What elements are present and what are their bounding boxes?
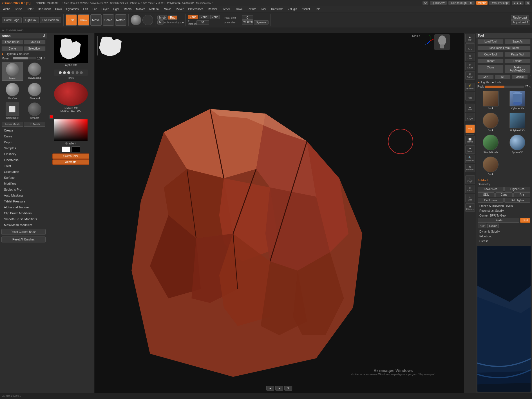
save-as-brush-btn[interactable]: Save As <box>24 40 46 44</box>
edgeloop-btn[interactable]: EdgeLoop <box>478 234 530 239</box>
menu-dynamics[interactable]: Dynamics <box>64 7 81 11</box>
m-btn[interactable]: M <box>157 20 164 24</box>
reset-current-brush-btn[interactable]: Reset Current Brush <box>1 229 46 235</box>
menu-macro[interactable]: Macro <box>122 7 134 11</box>
brush-claybuildup[interactable]: ClayBuildup <box>24 62 46 81</box>
lightbox-brushes-row[interactable]: ► Lightbox►Brushes <box>0 52 47 56</box>
sidebar-fibermesh[interactable]: FiberMesh <box>1 157 46 163</box>
default-zscript-btn[interactable]: DefaultZScript <box>489 1 510 5</box>
select-icon-btn[interactable]: SelectIcon <box>24 46 46 51</box>
export-btn[interactable]: Export <box>504 59 531 63</box>
brush-smooth[interactable]: Smooth <box>24 102 46 120</box>
sidebar-twist[interactable]: Twist <box>1 163 46 169</box>
zcur-btn[interactable]: Zcur <box>210 15 220 19</box>
clone-brush-btn[interactable]: Clone <box>1 46 23 51</box>
tool-rock3[interactable]: Rock <box>478 156 504 177</box>
menu-zplugin[interactable]: Zplugin <box>286 7 299 11</box>
menus-btn[interactable]: Menus <box>476 1 488 5</box>
zsub-btn[interactable]: Zsub <box>199 15 209 19</box>
sidebar-sculptris-pro[interactable]: Sculptris Pro <box>1 187 46 192</box>
move-btn[interactable]: Move <box>90 14 102 26</box>
mrgb-btn[interactable]: Mrgb <box>157 15 168 20</box>
move-slider-track[interactable] <box>13 57 36 59</box>
menu-material[interactable]: Material <box>147 7 161 11</box>
rotate-btn[interactable]: Rotate <box>115 14 126 26</box>
brush-masteren[interactable]: Mast'en <box>2 82 23 101</box>
menu-stencil[interactable]: Stencil <box>220 7 232 11</box>
minimize-btn[interactable]: ◄◄ ▲ <box>512 1 524 5</box>
sidebar-tablet-pressure[interactable]: Tablet Pressure <box>1 199 46 204</box>
goz-btn[interactable]: GoZ <box>477 75 494 79</box>
menu-movie[interactable]: Movie <box>162 7 173 11</box>
suv-btn[interactable]: Suv <box>478 224 486 228</box>
menu-render[interactable]: Render <box>206 7 219 11</box>
vp-down-btn[interactable]: ▼ <box>284 386 292 391</box>
save-as-tool-btn[interactable]: Save As <box>504 39 531 44</box>
menu-layer[interactable]: Layer <box>100 7 111 11</box>
floor-icon[interactable]: ▬ Floor <box>465 104 475 112</box>
sidebar-modifiers[interactable]: Modifiers <box>1 181 46 186</box>
focal-shift-val[interactable]: 0 <box>242 15 253 20</box>
menu-transform[interactable]: Transform <box>269 7 285 11</box>
adjust-last-btn[interactable]: AdjustLast 1 <box>511 20 530 24</box>
tool-rock[interactable]: Rock <box>478 90 504 111</box>
see-through-btn[interactable]: See-through 0 <box>448 1 475 5</box>
divide-btn[interactable]: Divide <box>478 218 519 223</box>
menu-color[interactable]: Color <box>25 7 35 11</box>
freeze-subdiv-btn[interactable]: Freeze SubDivision Levels <box>478 204 530 208</box>
menu-file[interactable]: File <box>91 7 99 11</box>
texture-sphere[interactable] <box>54 82 88 106</box>
zadd-btn[interactable]: Zadd <box>188 15 198 19</box>
ac-btn[interactable]: Ac <box>423 1 429 5</box>
perp-icon[interactable]: ⊥ Perp <box>465 92 475 101</box>
menu-zscript[interactable]: Zscript <box>299 7 312 11</box>
visible-btn[interactable]: Visible <box>511 75 528 79</box>
home-page-btn[interactable]: Home Page <box>2 17 22 23</box>
tool-simplebrush[interactable]: SimpleBrush <box>478 134 504 155</box>
black-swatch[interactable] <box>71 146 80 152</box>
edit-btn[interactable]: Edit <box>66 14 77 26</box>
sidebar-create[interactable]: Create <box>1 128 46 133</box>
lightbox-tools-row[interactable]: ► Lightbox►Tools <box>476 80 532 84</box>
scale-btn[interactable]: Scale <box>103 14 114 26</box>
zsphere-icon[interactable]: ◉ ZSphere <box>465 203 475 212</box>
reuv-btn[interactable]: ReUV <box>487 224 499 228</box>
white-swatch[interactable] <box>62 146 70 152</box>
dynamic-icon[interactable]: ⚡ Dynamic <box>465 83 475 91</box>
sidebar-smooth-brush[interactable]: Smooth Brush Modifiers <box>1 216 46 222</box>
transp-icon[interactable]: ◈ Transp <box>465 185 475 193</box>
draw-size-val[interactable]: 26.8692 <box>242 20 253 24</box>
vp-up-btn[interactable]: ▲ <box>275 386 283 391</box>
brush-selectrect[interactable]: ⬜ SelectRect <box>2 102 23 120</box>
rgb-btn[interactable]: Rgb <box>168 15 177 20</box>
sidebar-alpha-texture[interactable]: Alpha and Texture <box>1 204 46 210</box>
load-tools-project-btn[interactable]: Load Tools From Project <box>477 46 531 50</box>
brush-standard[interactable]: Standard <box>24 82 46 101</box>
dots-preview[interactable] <box>54 70 88 76</box>
color-gradient-box[interactable] <box>54 119 88 141</box>
menu-picker[interactable]: Picker <box>174 7 186 11</box>
vp-left-btn[interactable]: ◄ <box>266 386 274 391</box>
from-mesh-btn[interactable]: From Mesh <box>2 122 23 127</box>
zoom3d-icon[interactable]: 🔍 Zoom3D <box>465 155 475 163</box>
draw-btn[interactable]: Draw <box>78 14 89 26</box>
sdiv-btn[interactable]: SDiy <box>478 192 495 197</box>
load-tool-btn[interactable]: Load Tool <box>477 39 504 44</box>
convert-bpr-btn[interactable]: Convert BPR To Geo <box>478 213 530 218</box>
tool-rock2[interactable]: Rock <box>478 112 504 133</box>
rnr-btn[interactable]: Rnr <box>513 192 530 197</box>
refresh-icon[interactable]: ↺ <box>43 34 45 38</box>
import-btn[interactable]: Import <box>477 59 504 63</box>
alpha-thumb[interactable] <box>54 35 88 63</box>
menu-preferences[interactable]: Preferences <box>186 7 205 11</box>
sidebar-surface[interactable]: Surface <box>1 175 46 180</box>
quicksave-btn[interactable]: QuickSave <box>430 1 446 5</box>
dynamic-subdiv-btn[interactable]: Dynamic Subdiv <box>478 229 530 234</box>
viewport-area[interactable]: SPix 3 x y z Активация Windows <box>95 33 464 393</box>
dynamic-btn[interactable]: Dynamic <box>254 20 269 24</box>
actual-icon[interactable]: ⊡ Actual <box>465 62 475 70</box>
switch-color-btn[interactable]: SwitchColor <box>52 153 89 159</box>
scroll-icon[interactable]: ↕ Scrol <box>465 43 475 52</box>
menu-document[interactable]: Document <box>36 7 53 11</box>
del-higher-btn[interactable]: Del Higher <box>504 198 530 203</box>
